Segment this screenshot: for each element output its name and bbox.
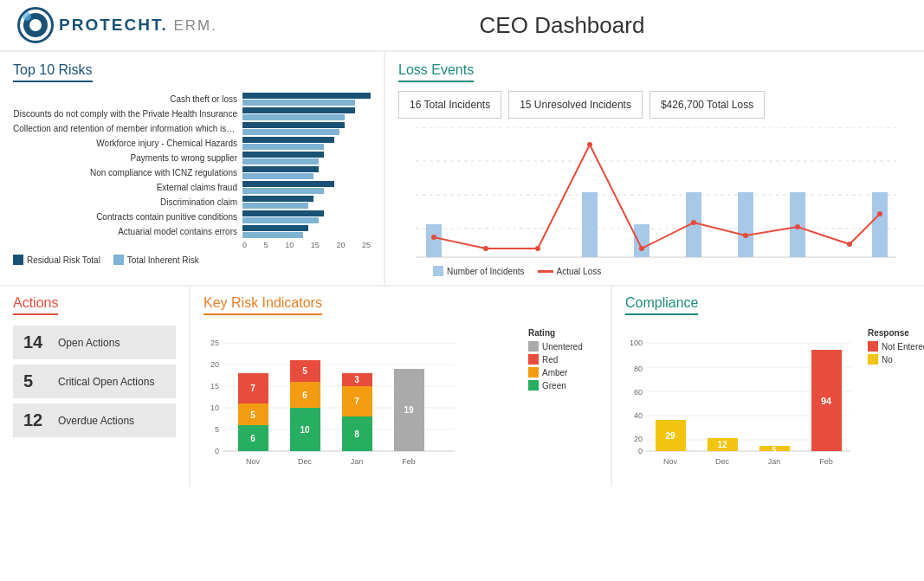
svg-rect-17 <box>634 224 649 257</box>
svg-text:5: 5 <box>772 445 776 454</box>
kri-legend-red: Red <box>528 354 598 365</box>
svg-text:19: 19 <box>404 405 414 415</box>
kri-section: Key Risk Indicators 25 20 15 10 5 0 <box>191 287 612 487</box>
risk-row-8: Discrimination claim <box>13 196 371 209</box>
page-title: CEO Dashboard <box>217 12 907 39</box>
svg-text:8: 8 <box>354 429 359 439</box>
svg-point-29 <box>795 224 800 229</box>
logo-container: PROTECHT. ERM. <box>17 7 217 43</box>
logo-text: PROTECHT. ERM. <box>59 16 217 35</box>
svg-text:0: 0 <box>638 447 643 455</box>
svg-text:10: 10 <box>210 403 219 412</box>
svg-text:25: 25 <box>210 339 219 347</box>
svg-text:6: 6 <box>302 391 307 400</box>
risk-row-1: Cash theft or loss <box>13 93 371 106</box>
loss-stats: 16 Total Incidents 15 Unresolved Inciden… <box>398 91 922 119</box>
svg-point-26 <box>639 246 644 251</box>
svg-text:Jan: Jan <box>768 457 781 466</box>
svg-text:5: 5 <box>250 410 255 420</box>
action-overdue: 12 Overdue Actions <box>13 403 176 437</box>
svg-text:20: 20 <box>634 435 643 443</box>
svg-text:80: 80 <box>634 365 643 373</box>
risk-row-7: External claims fraud <box>13 181 371 194</box>
action-critical: 5 Critical Open Actions <box>13 365 176 398</box>
svg-text:20: 20 <box>210 360 219 369</box>
svg-text:Feb: Feb <box>819 457 833 466</box>
svg-rect-16 <box>582 192 598 257</box>
svg-text:60: 60 <box>634 388 643 397</box>
kri-chart: 25 20 15 10 5 0 <box>204 324 463 475</box>
svg-text:100: 100 <box>630 339 643 347</box>
risk-row-4: Workforce injury - Chemical Hazards <box>13 137 371 150</box>
stat-unresolved-incidents: 15 Unresolved Incidents <box>508 91 643 119</box>
svg-text:94: 94 <box>821 396 832 406</box>
svg-text:15: 15 <box>210 382 219 391</box>
svg-text:Nov: Nov <box>663 457 678 466</box>
loss-events-title: Loss Events <box>398 62 474 82</box>
compliance-legend-yellow: No <box>868 354 924 365</box>
svg-rect-19 <box>738 192 753 257</box>
loss-events-section: Loss Events 16 Total Incidents 15 Unreso… <box>385 52 924 285</box>
logo-icon <box>17 7 54 43</box>
action-critical-label: Critical Open Actions <box>58 376 154 388</box>
svg-point-25 <box>587 142 592 147</box>
top-risks-section: Top 10 Risks Cash theft or loss Discount… <box>0 52 385 285</box>
action-open: 14 Open Actions <box>13 326 176 359</box>
svg-text:Feb: Feb <box>402 457 416 466</box>
svg-point-24 <box>535 246 540 251</box>
svg-point-27 <box>691 220 696 225</box>
actions-section: Actions 14 Open Actions 5 Critical Open … <box>0 287 191 487</box>
svg-text:5: 5 <box>302 366 307 376</box>
risk-row-10: Actuarial model contains errors <box>13 225 371 238</box>
svg-point-23 <box>483 246 488 251</box>
kri-legend-green: Green <box>528 380 598 391</box>
svg-text:7: 7 <box>354 397 359 406</box>
compliance-legend-red: Not Entered <box>868 341 924 352</box>
risk-row-6: Non compliance with ICNZ regulations <box>13 166 371 179</box>
risk-row-3: Collection and retention of member infor… <box>13 122 371 135</box>
legend-residual: Residual Risk Total <box>13 255 100 265</box>
svg-text:7: 7 <box>250 384 255 393</box>
action-critical-number: 5 <box>23 371 45 391</box>
actions-title: Actions <box>13 295 58 315</box>
risk-row-9: Contracts contain punitive conditions <box>13 210 371 223</box>
kri-legend-unentered: Unentered <box>528 341 598 352</box>
loss-events-chart: 4 3 2 1 0 200K 150K 100K 50K 0K <box>416 127 896 261</box>
svg-point-22 <box>431 235 436 240</box>
kri-legend-amber: Amber <box>528 367 598 378</box>
svg-text:29: 29 <box>665 431 675 441</box>
header: PROTECHT. ERM. CEO Dashboard <box>0 0 924 52</box>
stat-total-incidents: 16 Total Incidents <box>398 91 501 119</box>
svg-text:6: 6 <box>250 434 255 443</box>
svg-text:10: 10 <box>300 425 310 435</box>
top-risks-title: Top 10 Risks <box>13 62 93 82</box>
compliance-title: Compliance <box>625 295 698 315</box>
risk-row-2: Discounts do not comply with the Private… <box>13 107 371 120</box>
stat-total-loss: $426,700 Total Loss <box>649 91 765 119</box>
action-open-number: 14 <box>23 332 45 352</box>
svg-text:12: 12 <box>717 440 727 449</box>
compliance-section: Compliance 100 80 60 40 20 0 <box>612 287 924 487</box>
svg-point-30 <box>847 242 852 247</box>
svg-rect-15 <box>426 224 442 257</box>
compliance-legend: Response Not Entered No <box>868 324 924 478</box>
svg-text:Dec: Dec <box>715 457 730 466</box>
kri-title: Key Risk Indicators <box>204 295 322 315</box>
svg-text:3: 3 <box>354 375 359 384</box>
action-overdue-label: Overdue Actions <box>58 415 134 427</box>
legend-inherent: Total Inherent Risk <box>113 255 199 265</box>
loss-chart: 4 3 2 1 0 200K 150K 100K 50K 0K <box>398 127 922 276</box>
svg-text:Dec: Dec <box>298 457 313 466</box>
risk-chart: Cash theft or loss Discounts do not comp… <box>13 93 371 249</box>
risk-legend: Residual Risk Total Total Inherent Risk <box>13 255 371 265</box>
svg-text:0: 0 <box>215 447 219 455</box>
kri-legend: Rating Unentered Red Amber Green <box>528 324 598 478</box>
svg-text:5: 5 <box>215 425 219 434</box>
svg-point-28 <box>743 233 748 238</box>
loss-chart-legend: Number of Incidents Actual Loss <box>433 266 896 276</box>
svg-text:Jan: Jan <box>351 457 364 466</box>
svg-text:Nov: Nov <box>246 457 261 466</box>
risk-row-5: Payments to wrong supplier <box>13 152 371 165</box>
action-open-label: Open Actions <box>58 337 120 349</box>
action-overdue-number: 12 <box>23 410 45 430</box>
